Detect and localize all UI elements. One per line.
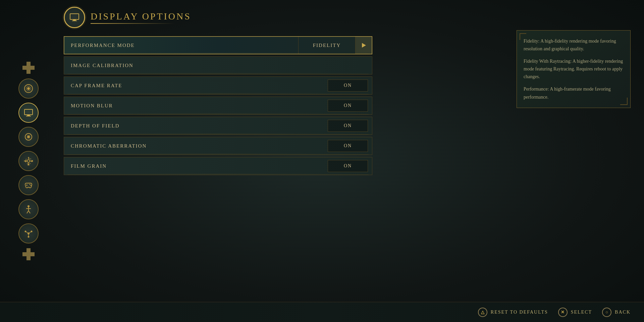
option-arrow-performance-mode[interactable] [355,37,372,54]
sidebar [0,0,57,322]
svg-rect-37 [73,19,76,20]
option-row-performance-mode[interactable]: PERFORMANCE MODE Fidelity [64,36,372,54]
option-value-section-performance-mode: Fidelity [298,37,372,54]
description-panel: Fidelity: A high-fidelity rendering mode… [517,30,631,108]
option-row-decoration-5 [67,133,369,134]
svg-point-12 [28,136,30,138]
page-title-wrapper: DISPLAY OPTIONS [91,11,191,24]
option-toggle-depth-of-field[interactable]: ON [328,120,368,132]
svg-rect-10 [26,116,31,116]
option-label-film-grain: FILM GRAIN [64,157,324,175]
svg-rect-2 [26,66,31,70]
option-row-motion-blur[interactable]: MOTION BLUR ON [64,97,372,115]
option-toggle-film-grain[interactable]: ON [328,160,368,172]
back-button-label: BACK [615,310,631,315]
svg-line-29 [29,231,32,233]
option-label-performance-mode: PERFORMANCE MODE [64,37,298,54]
svg-line-23 [29,211,30,213]
description-text: Fidelity: A high-fidelity rendering mode… [524,37,624,101]
svg-rect-9 [27,115,30,116]
sidebar-icon-display[interactable] [18,103,39,123]
bottom-bar: △ RESET TO DEFAULTS ✕ SELECT ○ BACK [0,302,644,322]
svg-rect-33 [26,252,31,256]
option-label-cap-frame-rate: CAP FRAME RATE [64,77,324,94]
page-title-section: DISPLAY OPTIONS [64,7,631,28]
sidebar-icon-disc[interactable] [18,78,39,99]
back-button-icon: ○ [602,308,611,317]
svg-rect-4 [26,70,31,74]
svg-point-18 [31,185,32,186]
desc-paragraph-2: Fidelity With Raytracing: A higher-fidel… [524,57,624,80]
svg-rect-1 [22,66,26,70]
svg-rect-3 [31,66,35,70]
page-title: DISPLAY OPTIONS [91,11,191,22]
sidebar-icon-audio[interactable] [18,127,39,147]
svg-rect-38 [72,20,77,21]
action-select[interactable]: ✕ SELECT [558,308,592,317]
option-row-image-calibration[interactable]: IMAGE CALIBRATION [64,56,372,74]
title-icon [64,7,85,28]
sidebar-dpad-down [22,248,35,261]
reset-button-label: RESET TO DEFAULTS [491,310,548,315]
desc-corner-decoration [520,33,526,40]
option-label-depth-of-field: DEPTH OF FIELD [64,117,324,135]
option-toggle-cap-frame-rate[interactable]: ON [328,79,368,92]
svg-point-17 [30,184,31,185]
sidebar-icon-accessibility[interactable] [18,199,39,219]
option-label-chromatic-aberration: CHROMATIC ABERRATION [64,137,324,155]
option-row-decoration-7 [67,174,369,174]
svg-rect-36 [70,14,79,19]
svg-line-28 [25,231,29,233]
action-back[interactable]: ○ BACK [602,308,631,317]
sidebar-icon-network[interactable] [18,223,39,244]
svg-rect-34 [31,252,35,256]
option-value-performance-mode: Fidelity [299,43,355,48]
option-row-decoration-4 [67,113,369,114]
option-row-decoration [67,53,369,53]
select-button-icon: ✕ [558,308,568,317]
svg-rect-8 [24,109,33,115]
reset-button-icon: △ [478,308,487,317]
select-button-label: SELECT [571,310,592,315]
svg-rect-31 [26,248,31,252]
svg-rect-32 [22,252,26,256]
option-row-film-grain[interactable]: FILM GRAIN ON [64,157,372,175]
svg-point-13 [27,160,30,162]
svg-rect-0 [26,62,31,66]
desc-paragraph-1: Fidelity: A high-fidelity rendering mode… [524,37,624,53]
option-label-motion-blur: MOTION BLUR [64,97,324,114]
action-reset[interactable]: △ RESET TO DEFAULTS [478,308,548,317]
svg-point-19 [28,205,30,207]
svg-point-6 [27,87,30,90]
sidebar-icon-controller[interactable] [18,175,39,195]
options-list: PERFORMANCE MODE Fidelity IMAGE CALIBRAT… [64,36,372,175]
option-row-decoration-2 [67,73,369,73]
svg-marker-39 [362,43,366,48]
sidebar-dpad-up [22,61,35,74]
svg-rect-35 [26,256,31,260]
option-row-decoration-3 [67,93,369,94]
option-toggle-chromatic-aberration[interactable]: ON [328,140,368,152]
svg-line-22 [27,211,29,213]
title-underline [91,23,174,24]
desc-paragraph-3: Performance: A high-framerate mode favor… [524,85,624,101]
option-toggle-motion-blur[interactable]: ON [328,100,368,112]
sidebar-icon-settings[interactable] [18,151,39,171]
option-row-cap-frame-rate[interactable]: CAP FRAME RATE ON [64,76,372,95]
option-row-chromatic-aberration[interactable]: CHROMATIC ABERRATION ON [64,137,372,155]
option-label-image-calibration: IMAGE CALIBRATION [64,57,372,74]
option-row-depth-of-field[interactable]: DEPTH OF FIELD ON [64,117,372,135]
option-row-decoration-6 [67,154,369,154]
